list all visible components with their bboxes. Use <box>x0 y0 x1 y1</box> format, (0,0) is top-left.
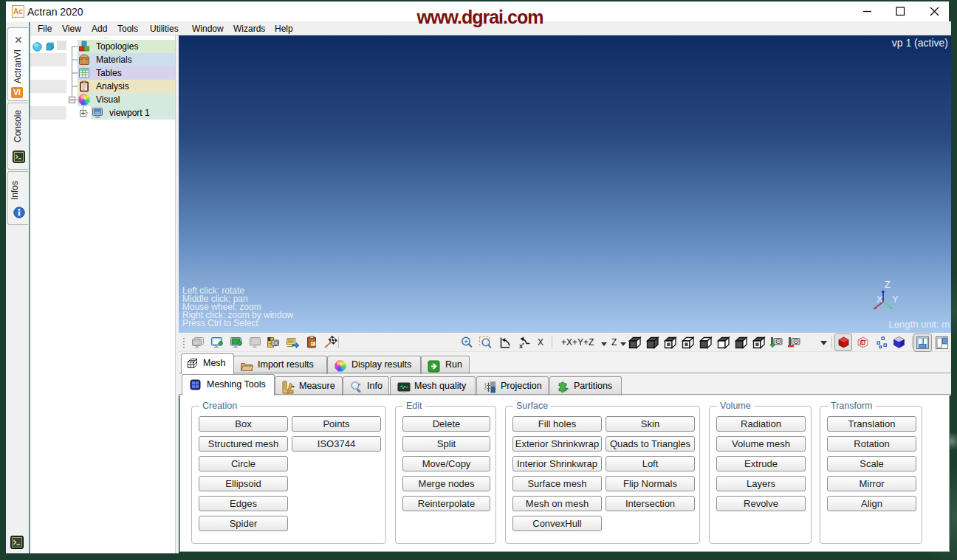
svg-text:x: x <box>519 342 523 350</box>
svg-text:Z: Z <box>885 279 891 290</box>
svg-text:Y: Y <box>892 294 899 305</box>
